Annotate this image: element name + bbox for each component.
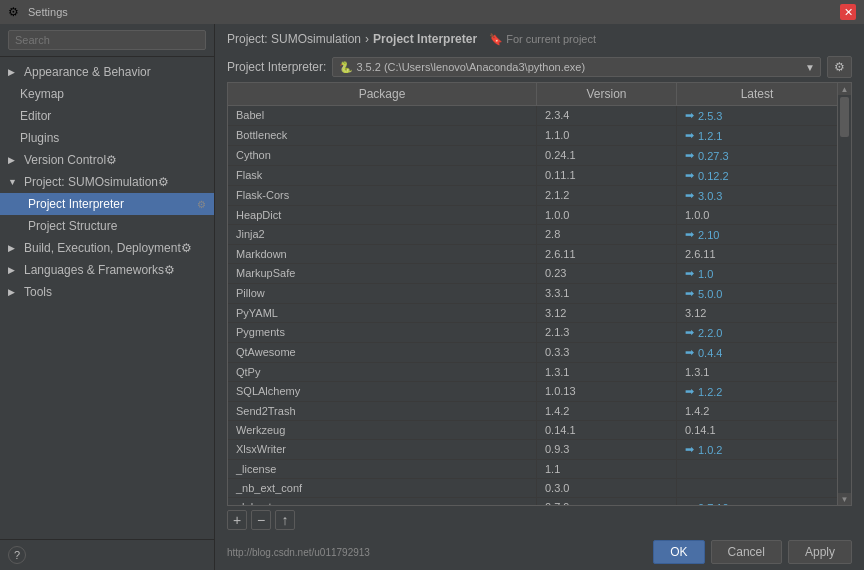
table-body: Babel2.3.4➡2.5.3Bottleneck1.1.0➡1.2.1Cyt… — [228, 106, 837, 505]
package-version: 1.0.0 — [537, 206, 677, 224]
sidebar-item-version-control[interactable]: ▶ Version Control ⚙ — [0, 149, 214, 171]
table-row[interactable]: QtAwesome0.3.3➡0.4.4 — [228, 343, 837, 363]
package-name: Werkzeug — [228, 421, 537, 439]
close-button[interactable]: ✕ — [840, 4, 856, 20]
table-row[interactable]: alabaster0.7.9➡0.7.10 — [228, 498, 837, 505]
scroll-down[interactable]: ▼ — [838, 493, 851, 505]
table-row[interactable]: Flask0.11.1➡0.12.2 — [228, 166, 837, 186]
col-version: Version — [537, 83, 677, 105]
scroll-thumb[interactable] — [840, 97, 849, 137]
package-name: PyYAML — [228, 304, 537, 322]
sidebar-item-label: Version Control — [24, 153, 106, 167]
package-latest: 1.3.1 — [677, 363, 837, 381]
package-latest: ➡0.12.2 — [677, 166, 837, 185]
sidebar-item-languages-frameworks[interactable]: ▶ Languages & Frameworks ⚙ — [0, 259, 214, 281]
table-header: Package Version Latest — [228, 83, 837, 106]
sidebar-item-label: Keymap — [20, 87, 64, 101]
package-name: Pillow — [228, 284, 537, 303]
update-arrow-icon: ➡ — [685, 346, 694, 359]
sidebar-item-label: Project Interpreter — [28, 197, 124, 211]
table-row[interactable]: _license1.1 — [228, 460, 837, 479]
package-name: Cython — [228, 146, 537, 165]
sidebar-item-editor[interactable]: Editor — [0, 105, 214, 127]
interpreter-select[interactable]: 🐍 3.5.2 (C:\Users\lenovo\Anaconda3\pytho… — [332, 57, 821, 77]
sidebar-item-label: Editor — [20, 109, 51, 123]
package-latest: 1.4.2 — [677, 402, 837, 420]
packages-table: Package Version Latest Babel2.3.4➡2.5.3B… — [227, 82, 838, 506]
table-row[interactable]: Pillow3.3.1➡5.0.0 — [228, 284, 837, 304]
package-name: Flask — [228, 166, 537, 185]
apply-button[interactable]: Apply — [788, 540, 852, 564]
table-row[interactable]: MarkupSafe0.23➡1.0 — [228, 264, 837, 284]
sidebar-item-project-interpreter[interactable]: Project Interpreter ⚙ — [0, 193, 214, 215]
package-name: Send2Trash — [228, 402, 537, 420]
table-row[interactable]: SQLAlchemy1.0.13➡1.2.2 — [228, 382, 837, 402]
scroll-up[interactable]: ▲ — [838, 83, 851, 95]
breadcrumb-current: Project Interpreter — [373, 32, 477, 46]
breadcrumb: Project: SUMOsimulation › Project Interp… — [215, 24, 864, 52]
package-name: _license — [228, 460, 537, 478]
settings-icon: ⚙ — [8, 5, 22, 19]
table-scrollbar[interactable]: ▲ ▼ — [838, 82, 852, 506]
main-container: ▶ Appearance & Behavior Keymap Editor Pl… — [0, 24, 864, 570]
arrow-icon: ▼ — [8, 177, 20, 187]
table-row[interactable]: Markdown2.6.112.6.11 — [228, 245, 837, 264]
update-arrow-icon: ➡ — [685, 228, 694, 241]
upgrade-package-button[interactable]: ↑ — [275, 510, 295, 530]
package-version: 2.6.11 — [537, 245, 677, 263]
sidebar-item-project-sumo[interactable]: ▼ Project: SUMOsimulation ⚙ — [0, 171, 214, 193]
table-row[interactable]: Bottleneck1.1.0➡1.2.1 — [228, 126, 837, 146]
update-arrow-icon: ➡ — [685, 385, 694, 398]
title-bar: ⚙ Settings ✕ — [0, 0, 864, 24]
remove-package-button[interactable]: − — [251, 510, 271, 530]
col-latest: Latest — [677, 83, 837, 105]
package-name: HeapDict — [228, 206, 537, 224]
arrow-icon: ▶ — [8, 155, 20, 165]
table-row[interactable]: Babel2.3.4➡2.5.3 — [228, 106, 837, 126]
package-name: _nb_ext_conf — [228, 479, 537, 497]
sidebar-item-label: Plugins — [20, 131, 59, 145]
package-version: 1.4.2 — [537, 402, 677, 420]
package-latest: 3.12 — [677, 304, 837, 322]
table-row[interactable]: Cython0.24.1➡0.27.3 — [228, 146, 837, 166]
package-latest: 0.14.1 — [677, 421, 837, 439]
table-row[interactable]: Jinja22.8➡2.10 — [228, 225, 837, 245]
package-latest: ➡3.0.3 — [677, 186, 837, 205]
table-row[interactable]: _nb_ext_conf0.3.0 — [228, 479, 837, 498]
sidebar-item-plugins[interactable]: Plugins — [0, 127, 214, 149]
sidebar-item-tools[interactable]: ▶ Tools — [0, 281, 214, 303]
sidebar-item-project-structure[interactable]: Project Structure — [0, 215, 214, 237]
sidebar-item-build-execution[interactable]: ▶ Build, Execution, Deployment ⚙ — [0, 237, 214, 259]
package-name: Flask-Cors — [228, 186, 537, 205]
sidebar-item-keymap[interactable]: Keymap — [0, 83, 214, 105]
table-row[interactable]: Flask-Cors2.1.2➡3.0.3 — [228, 186, 837, 206]
interpreter-bar: Project Interpreter: 🐍 3.5.2 (C:\Users\l… — [215, 52, 864, 82]
table-row[interactable]: Pygments2.1.3➡2.2.0 — [228, 323, 837, 343]
sidebar-bottom: ? — [0, 539, 214, 570]
update-arrow-icon: ➡ — [685, 169, 694, 182]
breadcrumb-separator: › — [365, 32, 369, 46]
package-version: 0.3.3 — [537, 343, 677, 362]
package-latest: ➡5.0.0 — [677, 284, 837, 303]
update-arrow-icon: ➡ — [685, 287, 694, 300]
add-package-button[interactable]: + — [227, 510, 247, 530]
interpreter-wrapper: 🐍 3.5.2 (C:\Users\lenovo\Anaconda3\pytho… — [332, 57, 821, 77]
help-button[interactable]: ? — [8, 546, 26, 564]
package-name: MarkupSafe — [228, 264, 537, 283]
table-row[interactable]: HeapDict1.0.01.0.0 — [228, 206, 837, 225]
table-row[interactable]: QtPy1.3.11.3.1 — [228, 363, 837, 382]
sidebar-item-appearance-behavior[interactable]: ▶ Appearance & Behavior — [0, 61, 214, 83]
cancel-button[interactable]: Cancel — [711, 540, 782, 564]
package-latest — [677, 479, 837, 497]
table-row[interactable]: XlsxWriter0.9.3➡1.0.2 — [228, 440, 837, 460]
table-row[interactable]: Send2Trash1.4.21.4.2 — [228, 402, 837, 421]
search-input[interactable] — [8, 30, 206, 50]
package-latest: ➡0.27.3 — [677, 146, 837, 165]
package-name: QtAwesome — [228, 343, 537, 362]
table-row[interactable]: Werkzeug0.14.10.14.1 — [228, 421, 837, 440]
ok-button[interactable]: OK — [653, 540, 704, 564]
table-row[interactable]: PyYAML3.123.12 — [228, 304, 837, 323]
interpreter-settings-button[interactable]: ⚙ — [827, 56, 852, 78]
table-container: Package Version Latest Babel2.3.4➡2.5.3B… — [215, 82, 864, 534]
package-version: 2.1.3 — [537, 323, 677, 342]
